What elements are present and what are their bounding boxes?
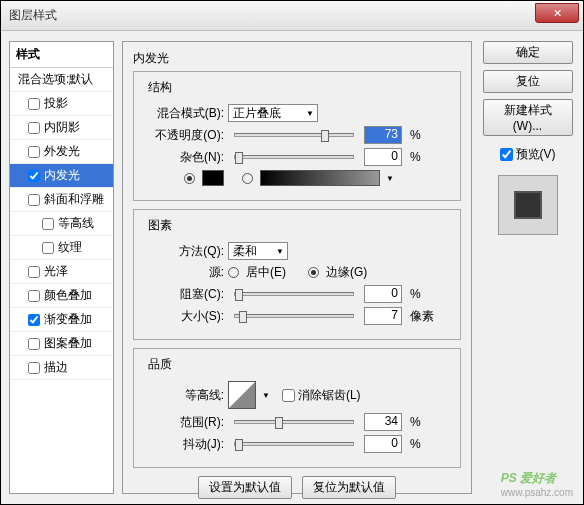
- jitter-input[interactable]: 0: [364, 435, 402, 453]
- sidebar-item-outer-glow[interactable]: 外发光: [10, 140, 113, 164]
- preview-box: [498, 175, 558, 235]
- ok-button[interactable]: 确定: [483, 41, 573, 64]
- source-edge-radio[interactable]: [308, 267, 319, 278]
- slider-thumb[interactable]: [239, 311, 247, 323]
- sidebar-item-inner-shadow[interactable]: 内阴影: [10, 116, 113, 140]
- size-slider[interactable]: [234, 314, 354, 318]
- source-label: 源:: [144, 264, 224, 281]
- sidebar-header: 样式: [10, 42, 113, 68]
- new-style-button[interactable]: 新建样式(W)...: [483, 99, 573, 136]
- sidebar-item-contour[interactable]: 等高线: [10, 212, 113, 236]
- range-input[interactable]: 34: [364, 413, 402, 431]
- quality-fieldset: 品质 等高线: ▼ 消除锯齿(L) 范围(R): 34 % 抖动(J): [133, 348, 461, 468]
- check-outer-glow[interactable]: [28, 146, 40, 158]
- technique-label: 方法(Q):: [144, 243, 224, 260]
- source-center-radio[interactable]: [228, 267, 239, 278]
- contour-picker[interactable]: [228, 381, 256, 409]
- choke-input[interactable]: 0: [364, 285, 402, 303]
- slider-thumb[interactable]: [235, 152, 243, 164]
- titlebar[interactable]: 图层样式 ✕: [1, 1, 583, 31]
- slider-thumb[interactable]: [321, 130, 329, 142]
- panel-title: 内发光: [133, 50, 461, 67]
- set-default-button[interactable]: 设置为默认值: [198, 476, 292, 499]
- choke-slider[interactable]: [234, 292, 354, 296]
- sidebar-item-bevel[interactable]: 斜面和浮雕: [10, 188, 113, 212]
- noise-label: 杂色(N):: [144, 149, 224, 166]
- slider-thumb[interactable]: [275, 417, 283, 429]
- check-texture[interactable]: [42, 242, 54, 254]
- layer-style-dialog: 图层样式 ✕ 样式 混合选项:默认 投影 内阴影 外发光 内发光 斜面和浮雕 等…: [0, 0, 584, 505]
- slider-thumb[interactable]: [235, 439, 243, 451]
- opacity-unit: %: [410, 128, 421, 142]
- cancel-button[interactable]: 复位: [483, 70, 573, 93]
- structure-legend: 结构: [144, 79, 176, 96]
- elements-fieldset: 图素 方法(Q): 柔和 源: 居中(E) 边缘(G) 阻塞(C):: [133, 209, 461, 340]
- styles-sidebar: 样式 混合选项:默认 投影 内阴影 外发光 内发光 斜面和浮雕 等高线 纹理 光…: [9, 41, 114, 494]
- range-unit: %: [410, 415, 421, 429]
- choke-unit: %: [410, 287, 421, 301]
- structure-fieldset: 结构 混合模式(B): 正片叠底 不透明度(O): 73 % 杂色(N):: [133, 71, 461, 201]
- jitter-unit: %: [410, 437, 421, 451]
- jitter-slider[interactable]: [234, 442, 354, 446]
- size-unit: 像素: [410, 308, 434, 325]
- range-slider[interactable]: [234, 420, 354, 424]
- opacity-slider[interactable]: [234, 133, 354, 137]
- color-swatch[interactable]: [202, 170, 224, 186]
- sidebar-blend-options[interactable]: 混合选项:默认: [10, 68, 113, 92]
- check-gradient-overlay[interactable]: [28, 314, 40, 326]
- reset-default-button[interactable]: 复位为默认值: [302, 476, 396, 499]
- sidebar-item-color-overlay[interactable]: 颜色叠加: [10, 284, 113, 308]
- check-inner-shadow[interactable]: [28, 122, 40, 134]
- preview-label: 预览(V): [516, 146, 556, 163]
- gradient-radio[interactable]: [242, 173, 253, 184]
- contour-label: 等高线:: [144, 387, 224, 404]
- right-panel: 确定 复位 新建样式(W)... 预览(V): [480, 41, 575, 494]
- sidebar-item-pattern-overlay[interactable]: 图案叠加: [10, 332, 113, 356]
- source-center-label: 居中(E): [246, 264, 286, 281]
- check-contour[interactable]: [42, 218, 54, 230]
- dropdown-arrow-icon[interactable]: ▼: [386, 174, 394, 183]
- choke-label: 阻塞(C):: [144, 286, 224, 303]
- range-label: 范围(R):: [144, 414, 224, 431]
- antialias-label: 消除锯齿(L): [298, 387, 361, 404]
- source-edge-label: 边缘(G): [326, 264, 367, 281]
- noise-slider[interactable]: [234, 155, 354, 159]
- size-label: 大小(S):: [144, 308, 224, 325]
- sidebar-item-stroke[interactable]: 描边: [10, 356, 113, 380]
- size-input[interactable]: 7: [364, 307, 402, 325]
- main-area: 内发光 结构 混合模式(B): 正片叠底 不透明度(O): 73 % 杂色(N): [122, 41, 575, 494]
- settings-panel: 内发光 结构 混合模式(B): 正片叠底 不透明度(O): 73 % 杂色(N): [122, 41, 472, 494]
- sidebar-item-inner-glow[interactable]: 内发光: [10, 164, 113, 188]
- check-inner-glow[interactable]: [28, 170, 40, 182]
- elements-legend: 图素: [144, 217, 176, 234]
- close-button[interactable]: ✕: [535, 3, 579, 23]
- check-bevel[interactable]: [28, 194, 40, 206]
- sidebar-item-texture[interactable]: 纹理: [10, 236, 113, 260]
- check-drop-shadow[interactable]: [28, 98, 40, 110]
- blend-mode-dropdown[interactable]: 正片叠底: [228, 104, 318, 122]
- noise-input[interactable]: 0: [364, 148, 402, 166]
- check-pattern-overlay[interactable]: [28, 338, 40, 350]
- check-stroke[interactable]: [28, 362, 40, 374]
- opacity-label: 不透明度(O):: [144, 127, 224, 144]
- sidebar-item-drop-shadow[interactable]: 投影: [10, 92, 113, 116]
- gradient-picker[interactable]: [260, 170, 380, 186]
- noise-unit: %: [410, 150, 421, 164]
- color-radio[interactable]: [184, 173, 195, 184]
- window-title: 图层样式: [9, 7, 57, 24]
- blend-mode-label: 混合模式(B):: [144, 105, 224, 122]
- content: 样式 混合选项:默认 投影 内阴影 外发光 内发光 斜面和浮雕 等高线 纹理 光…: [1, 31, 583, 504]
- jitter-label: 抖动(J):: [144, 436, 224, 453]
- quality-legend: 品质: [144, 356, 176, 373]
- slider-thumb[interactable]: [235, 289, 243, 301]
- check-color-overlay[interactable]: [28, 290, 40, 302]
- dropdown-arrow-icon[interactable]: ▼: [262, 391, 270, 400]
- sidebar-item-gradient-overlay[interactable]: 渐变叠加: [10, 308, 113, 332]
- preview-swatch: [514, 191, 542, 219]
- technique-dropdown[interactable]: 柔和: [228, 242, 288, 260]
- opacity-input[interactable]: 73: [364, 126, 402, 144]
- preview-checkbox[interactable]: [500, 148, 513, 161]
- check-satin[interactable]: [28, 266, 40, 278]
- antialias-checkbox[interactable]: [282, 389, 295, 402]
- sidebar-item-satin[interactable]: 光泽: [10, 260, 113, 284]
